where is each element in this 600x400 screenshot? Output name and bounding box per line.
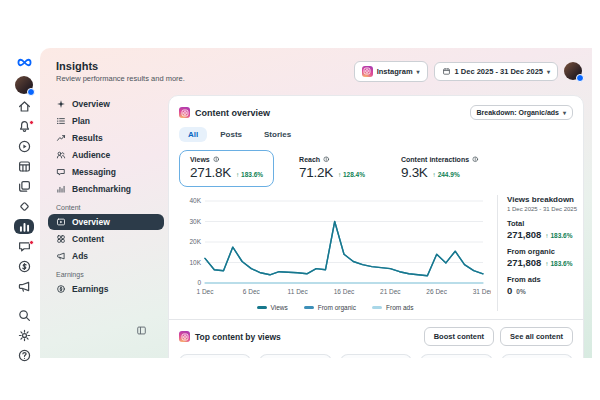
- page-header: Insights Review performance results and …: [40, 48, 592, 94]
- svg-text:6 Dec: 6 Dec: [243, 288, 261, 295]
- tab-posts[interactable]: Posts: [211, 127, 251, 142]
- views-breakdown-panel: Views breakdown 1 Dec 2025 - 31 Dec 2025…: [497, 195, 589, 311]
- breakdown-row-delta: 0%: [516, 288, 525, 295]
- promote-megaphone-icon[interactable]: [14, 279, 34, 294]
- megaphone-icon: [56, 251, 66, 261]
- settings-gear-icon[interactable]: [14, 328, 34, 343]
- app-window: Insights Review performance results and …: [8, 48, 592, 358]
- sidebar-item-results[interactable]: Results: [48, 130, 164, 146]
- sidebar-item-label: Ads: [72, 251, 88, 261]
- metric-delta: ↑ 183.6%: [236, 171, 263, 178]
- planner-calendar-icon[interactable]: [14, 159, 34, 174]
- content-tabs: AllPostsStories: [179, 127, 573, 142]
- see-all-content-button[interactable]: See all content: [500, 327, 573, 346]
- dollar-icon: [56, 284, 66, 294]
- grid-icon: [56, 234, 66, 244]
- ads-diamond-icon[interactable]: [14, 199, 34, 214]
- top-content-section: Top content by views Boost content See a…: [179, 327, 573, 346]
- account-selector[interactable]: Instagram ▾: [354, 61, 428, 82]
- search-icon[interactable]: [14, 308, 34, 323]
- instagram-icon: [179, 331, 190, 342]
- breakdown-selector-label: Breakdown: Organic/ads: [477, 109, 559, 116]
- content-overview-title: Content overview: [195, 108, 270, 118]
- metric-value: 271.8K: [190, 165, 231, 180]
- breakdown-row-value: 271,808: [507, 257, 541, 268]
- chevron-down-icon: ▾: [547, 68, 550, 75]
- instagram-icon: [179, 107, 190, 118]
- legend-label: From organic: [318, 304, 356, 311]
- sparkle-icon: [56, 99, 66, 109]
- top-content-card[interactable]: [340, 354, 412, 358]
- metric-value: 71.2K: [299, 165, 333, 180]
- top-content-card[interactable]: [179, 354, 251, 358]
- views-breakdown-date: 1 Dec 2025 - 31 Dec 2025: [507, 206, 589, 212]
- sidebar-section-label: Content: [56, 204, 164, 211]
- sidebar-item-messaging[interactable]: Messaging: [48, 164, 164, 180]
- top-content-actions: Boost content See all content: [424, 327, 573, 346]
- sidebar-item-benchmarking[interactable]: Benchmarking: [48, 181, 164, 197]
- svg-text:31 Dec: 31 Dec: [473, 288, 491, 295]
- account-selector-label: Instagram: [377, 67, 413, 76]
- sidebar-item-overview[interactable]: Overview: [48, 96, 164, 112]
- metric-card-content-interactions[interactable]: Content interactions9.3K↑ 244.9%: [390, 150, 490, 187]
- info-icon: [213, 156, 220, 163]
- header-controls: Instagram ▾ 1 Dec 2025 - 31 Dec 2025 ▾: [354, 61, 582, 82]
- chevron-down-icon: ▾: [563, 109, 566, 116]
- content-stack-icon[interactable]: [14, 179, 34, 194]
- tab-all[interactable]: All: [179, 127, 207, 142]
- svg-text:30K: 30K: [189, 218, 201, 225]
- comments-icon[interactable]: [14, 239, 34, 254]
- svg-text:0: 0: [197, 279, 201, 286]
- date-range-selector[interactable]: 1 Dec 2025 - 31 Dec 2025 ▾: [434, 62, 558, 81]
- sidebar-item-plan[interactable]: Plan: [48, 113, 164, 129]
- boost-content-button[interactable]: Boost content: [424, 327, 494, 346]
- results-icon: [56, 133, 66, 143]
- benchmark-icon: [56, 184, 66, 194]
- top-content-card-row: [179, 354, 573, 358]
- messaging-icon: [56, 167, 66, 177]
- sidebar-item-content[interactable]: Content: [48, 231, 164, 247]
- metric-card-views[interactable]: Views271.8K↑ 183.6%: [179, 150, 274, 187]
- legend-item-views[interactable]: Views: [257, 304, 288, 311]
- left-icon-rail: [8, 48, 40, 358]
- content-overview-title-wrap: Content overview: [179, 107, 270, 118]
- top-content-title-wrap: Top content by views: [179, 331, 281, 342]
- page-title: Insights: [56, 60, 185, 72]
- play-circle-icon[interactable]: [14, 139, 34, 154]
- legend-item-from-ads[interactable]: From ads: [372, 304, 413, 311]
- help-icon[interactable]: [14, 348, 34, 363]
- legend-item-from-organic[interactable]: From organic: [304, 304, 356, 311]
- breakdown-row-from-ads: From ads00%: [507, 275, 589, 296]
- user-avatar[interactable]: [564, 62, 582, 80]
- meta-logo-icon[interactable]: [14, 54, 34, 71]
- sidebar-item-label: Results: [72, 133, 103, 143]
- content-overview-header: Content overview Breakdown: Organic/ads …: [179, 105, 573, 120]
- legend-swatch: [372, 306, 382, 309]
- sidebar-item-label: Earnings: [72, 284, 108, 294]
- tab-stories[interactable]: Stories: [255, 127, 300, 142]
- collapse-sidebar-icon[interactable]: [136, 322, 147, 340]
- top-content-card[interactable]: [420, 354, 492, 358]
- sidebar-item-ads[interactable]: Ads: [48, 248, 164, 264]
- sidebar-item-overview[interactable]: Overview: [48, 214, 164, 230]
- views-line-chart[interactable]: 010K20K30K40K1 Dec6 Dec11 Dec16 Dec21 De…: [179, 195, 491, 297]
- insights-bar-chart-icon[interactable]: [14, 219, 34, 234]
- top-content-card[interactable]: [501, 354, 573, 358]
- metric-label: Content interactions: [401, 156, 479, 163]
- calendar-icon: [442, 67, 451, 76]
- notifications-bell-icon[interactable]: [14, 119, 34, 134]
- profile-avatar[interactable]: [14, 76, 34, 94]
- breakdown-selector[interactable]: Breakdown: Organic/ads ▾: [470, 105, 573, 120]
- sidebar-item-earnings[interactable]: Earnings: [48, 281, 164, 297]
- views-breakdown-rows: Total271,808↑ 183.6%From organic271,808↑…: [507, 219, 589, 296]
- top-content-card[interactable]: [259, 354, 331, 358]
- metric-label: Views: [190, 156, 263, 163]
- metric-card-reach[interactable]: Reach71.2K↑ 128.4%: [288, 150, 376, 187]
- sidebar-item-label: Audience: [72, 150, 110, 160]
- sidebar-item-audience[interactable]: Audience: [48, 147, 164, 163]
- legend-label: From ads: [386, 304, 413, 311]
- svg-text:21 Dec: 21 Dec: [380, 288, 401, 295]
- monetization-dollar-icon[interactable]: [14, 259, 34, 274]
- info-icon: [323, 156, 330, 163]
- home-icon[interactable]: [14, 99, 34, 114]
